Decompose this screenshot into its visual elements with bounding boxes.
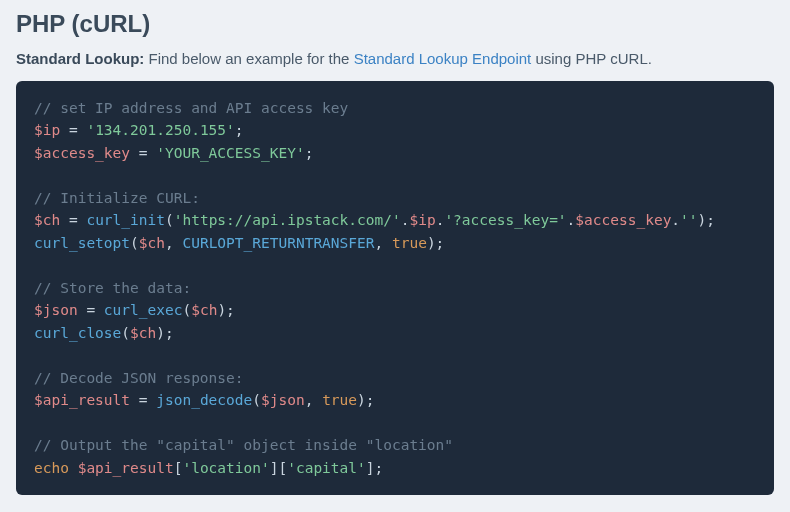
code-op: ; <box>305 145 314 161</box>
code-op: = <box>60 212 86 228</box>
code-op: = <box>130 392 156 408</box>
code-var: $ch <box>139 235 165 251</box>
code-string: 'YOUR_ACCESS_KEY' <box>156 145 304 161</box>
code-fn: curl_exec <box>104 302 183 318</box>
standard-lookup-link[interactable]: Standard Lookup Endpoint <box>354 50 532 67</box>
code-op <box>69 460 78 476</box>
code-comment: // Decode JSON response: <box>34 370 244 386</box>
code-const: CURLOPT_RETURNTRANSFER <box>182 235 374 251</box>
code-op: ; <box>235 122 244 138</box>
code-string: '' <box>680 212 697 228</box>
code-op: ); <box>156 325 173 341</box>
code-string: 'https://api.ipstack.com/' <box>174 212 401 228</box>
code-var: $ip <box>409 212 435 228</box>
code-var: $ch <box>191 302 217 318</box>
intro-paragraph: Standard Lookup: Find below an example f… <box>16 50 774 67</box>
code-op: ); <box>698 212 715 228</box>
code-op: ); <box>427 235 444 251</box>
code-op: ( <box>182 302 191 318</box>
code-op: ( <box>121 325 130 341</box>
code-block: // set IP address and API access key $ip… <box>16 81 774 495</box>
code-string: 'location' <box>182 460 269 476</box>
code-var: $access_key <box>34 145 130 161</box>
code-op: , <box>375 235 392 251</box>
code-op: ); <box>217 302 234 318</box>
code-op: ]; <box>366 460 383 476</box>
code-op: , <box>305 392 322 408</box>
code-bool: true <box>392 235 427 251</box>
code-keyword: echo <box>34 460 69 476</box>
code-fn: curl_setopt <box>34 235 130 251</box>
code-string: 'capital' <box>287 460 366 476</box>
code-fn: curl_init <box>86 212 165 228</box>
code-var: $api_result <box>34 392 130 408</box>
code-op: ( <box>252 392 261 408</box>
code-bool: true <box>322 392 357 408</box>
code-op: . <box>671 212 680 228</box>
intro-text-after: using PHP cURL. <box>531 50 652 67</box>
code-op: = <box>78 302 104 318</box>
code-var: $access_key <box>575 212 671 228</box>
code-var: $ch <box>34 212 60 228</box>
code-var: $ip <box>34 122 60 138</box>
intro-text-before: Find below an example for the <box>144 50 353 67</box>
code-var: $json <box>34 302 78 318</box>
code-comment: // Store the data: <box>34 280 191 296</box>
code-var: $ch <box>130 325 156 341</box>
code-fn: curl_close <box>34 325 121 341</box>
code-var: $api_result <box>78 460 174 476</box>
code-op: , <box>165 235 182 251</box>
code-op: ); <box>357 392 374 408</box>
code-comment: // Output the "capital" object inside "l… <box>34 437 453 453</box>
code-comment: // Initialize CURL: <box>34 190 200 206</box>
code-string: '134.201.250.155' <box>86 122 234 138</box>
code-op: ( <box>130 235 139 251</box>
code-op: = <box>130 145 156 161</box>
section-heading: PHP (cURL) <box>16 10 774 38</box>
code-var: $json <box>261 392 305 408</box>
code-string: '?access_key=' <box>444 212 566 228</box>
code-pre: // set IP address and API access key $ip… <box>34 97 756 479</box>
code-comment: // set IP address and API access key <box>34 100 348 116</box>
code-op: ][ <box>270 460 287 476</box>
code-fn: json_decode <box>156 392 252 408</box>
code-op: ( <box>165 212 174 228</box>
code-op: = <box>60 122 86 138</box>
intro-strong: Standard Lookup: <box>16 50 144 67</box>
